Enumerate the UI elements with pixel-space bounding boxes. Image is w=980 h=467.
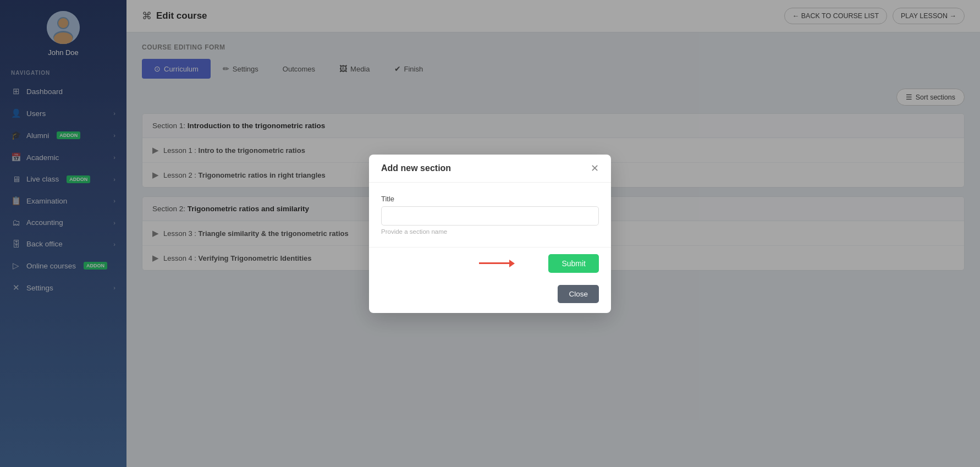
modal-title: Add new section xyxy=(381,163,451,173)
close-modal-button[interactable]: Close xyxy=(558,285,599,303)
arrow-line xyxy=(479,262,509,264)
arrow-head xyxy=(509,260,515,267)
title-hint: Provide a section name xyxy=(381,228,599,235)
arrow-indicator xyxy=(479,260,515,267)
modal-footer: Close xyxy=(369,279,611,313)
submit-button[interactable]: Submit xyxy=(548,254,599,273)
section-title-input[interactable] xyxy=(381,206,599,226)
add-section-modal: Add new section ✕ Title Provide a sectio… xyxy=(369,155,611,313)
modal-body: Title Provide a section name xyxy=(369,183,611,247)
modal-header: Add new section ✕ xyxy=(369,155,611,183)
modal-submit-row: Submit xyxy=(369,247,611,279)
modal-close-x-button[interactable]: ✕ xyxy=(591,163,599,173)
modal-overlay: Add new section ✕ Title Provide a sectio… xyxy=(0,0,980,467)
title-label: Title xyxy=(381,195,599,203)
